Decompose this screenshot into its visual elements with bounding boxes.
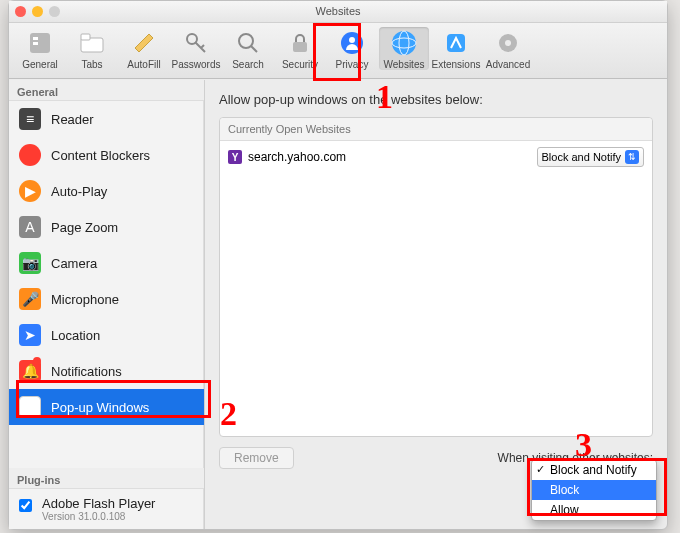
tab-privacy[interactable]: Privacy <box>327 27 377 70</box>
sidebar-item-label: Page Zoom <box>51 220 118 235</box>
dropdown-option-block-and-notify[interactable]: ✓ Block and Notify <box>532 460 656 480</box>
tab-advanced-label: Advanced <box>486 59 530 70</box>
sidebar-item-label: Microphone <box>51 292 119 307</box>
sidebar-item-flash-plugin[interactable]: Adobe Flash Player Version 31.0.0.108 <box>9 489 204 529</box>
sidebar: General ≡ Reader Content Blockers ▶ Auto… <box>9 80 205 529</box>
tab-security-label: Security <box>282 59 318 70</box>
annotation-number-3: 3 <box>575 426 592 464</box>
titlebar: Websites <box>9 1 667 23</box>
sidebar-item-label: Location <box>51 328 100 343</box>
sidebar-item-label: Notifications <box>51 364 122 379</box>
general-icon <box>26 29 54 57</box>
sidebar-item-microphone[interactable]: 🎤 Microphone <box>9 281 204 317</box>
sidebar-item-location[interactable]: ➤ Location <box>9 317 204 353</box>
main-header: Allow pop-up windows on the websites bel… <box>219 92 653 107</box>
site-policy-label: Block and Notify <box>542 151 621 163</box>
dropdown-option-allow[interactable]: Allow <box>532 500 656 520</box>
preferences-window: Websites General Tabs AutoFill Passwords… <box>8 0 668 530</box>
tab-general-label: General <box>22 59 58 70</box>
globe-icon <box>390 29 418 57</box>
dropdown-option-label: Allow <box>550 503 579 517</box>
svg-rect-7 <box>293 42 307 52</box>
tab-passwords[interactable]: Passwords <box>171 27 221 70</box>
zoom-icon[interactable] <box>49 6 60 17</box>
window-title: Websites <box>9 6 667 17</box>
tab-tabs-label: Tabs <box>81 59 102 70</box>
plugin-version: Version 31.0.0.108 <box>42 511 155 522</box>
sidebar-item-notifications[interactable]: 🔔 Notifications <box>9 353 204 389</box>
site-domain: search.yahoo.com <box>248 150 346 164</box>
tab-privacy-label: Privacy <box>336 59 369 70</box>
sidebar-section-general: General <box>9 80 204 101</box>
sidebar-item-camera[interactable]: 📷 Camera <box>9 245 204 281</box>
close-icon[interactable] <box>15 6 26 17</box>
svg-point-9 <box>349 37 355 43</box>
chevron-updown-icon: ⇅ <box>625 150 639 164</box>
plugin-label: Adobe Flash Player <box>42 496 155 511</box>
sidebar-item-label: Pop-up Windows <box>51 400 149 415</box>
minimize-icon[interactable] <box>32 6 43 17</box>
tab-extensions-label: Extensions <box>432 59 481 70</box>
notification-badge <box>33 357 41 365</box>
dropdown-option-label: Block and Notify <box>550 463 637 477</box>
window-icon <box>19 396 41 418</box>
tab-tabs[interactable]: Tabs <box>67 27 117 70</box>
sidebar-item-label: Reader <box>51 112 94 127</box>
reader-icon: ≡ <box>19 108 41 130</box>
websites-table: Currently Open Websites Y search.yahoo.c… <box>219 117 653 437</box>
remove-button[interactable]: Remove <box>219 447 294 469</box>
tab-passwords-label: Passwords <box>172 59 221 70</box>
tab-security[interactable]: Security <box>275 27 325 70</box>
tab-websites[interactable]: Websites <box>379 27 429 70</box>
preferences-toolbar: General Tabs AutoFill Passwords Search S… <box>9 23 667 79</box>
svg-point-15 <box>505 40 511 46</box>
sidebar-item-popup-windows[interactable]: Pop-up Windows <box>9 389 204 425</box>
extensions-icon <box>442 29 470 57</box>
stop-icon <box>19 144 41 166</box>
svg-point-6 <box>239 34 253 48</box>
tab-search-label: Search <box>232 59 264 70</box>
autofill-icon <box>130 29 158 57</box>
svg-rect-2 <box>33 42 38 45</box>
tab-autofill[interactable]: AutoFill <box>119 27 169 70</box>
key-icon <box>182 29 210 57</box>
location-icon: ➤ <box>19 324 41 346</box>
svg-rect-1 <box>33 37 38 40</box>
tab-advanced[interactable]: Advanced <box>483 27 533 70</box>
play-icon: ▶ <box>19 180 41 202</box>
main-panel: Allow pop-up windows on the websites bel… <box>205 80 667 529</box>
window-controls <box>15 6 60 17</box>
tab-search[interactable]: Search <box>223 27 273 70</box>
sidebar-list: ≡ Reader Content Blockers ▶ Auto-Play A … <box>9 101 204 468</box>
microphone-icon: 🎤 <box>19 288 41 310</box>
tab-autofill-label: AutoFill <box>127 59 160 70</box>
dropdown-option-block[interactable]: Block <box>532 480 656 500</box>
zoom-page-icon: A <box>19 216 41 238</box>
camera-icon: 📷 <box>19 252 41 274</box>
sidebar-item-label: Content Blockers <box>51 148 150 163</box>
plugin-checkbox[interactable] <box>19 499 32 512</box>
sidebar-item-label: Auto-Play <box>51 184 107 199</box>
sidebar-item-reader[interactable]: ≡ Reader <box>9 101 204 137</box>
svg-rect-4 <box>81 34 90 40</box>
tab-extensions[interactable]: Extensions <box>431 27 481 70</box>
default-policy-dropdown[interactable]: ✓ Block and Notify Block Allow <box>531 459 657 521</box>
svg-point-10 <box>392 31 416 55</box>
site-policy-select[interactable]: Block and Notify ⇅ <box>537 147 644 167</box>
sidebar-item-content-blockers[interactable]: Content Blockers <box>9 137 204 173</box>
sidebar-item-auto-play[interactable]: ▶ Auto-Play <box>9 173 204 209</box>
sidebar-item-page-zoom[interactable]: A Page Zoom <box>9 209 204 245</box>
tab-websites-label: Websites <box>384 59 425 70</box>
favicon: Y <box>228 150 242 164</box>
table-header: Currently Open Websites <box>220 118 652 141</box>
sidebar-item-label: Camera <box>51 256 97 271</box>
dropdown-option-label: Block <box>550 483 579 497</box>
annotation-number-2: 2 <box>220 395 237 433</box>
annotation-number-1: 1 <box>376 78 393 116</box>
gear-icon <box>494 29 522 57</box>
search-icon <box>234 29 262 57</box>
lock-icon <box>286 29 314 57</box>
tab-general[interactable]: General <box>15 27 65 70</box>
sidebar-section-plugins: Plug-ins <box>9 468 204 489</box>
table-row[interactable]: Y search.yahoo.com Block and Notify ⇅ <box>220 141 652 173</box>
